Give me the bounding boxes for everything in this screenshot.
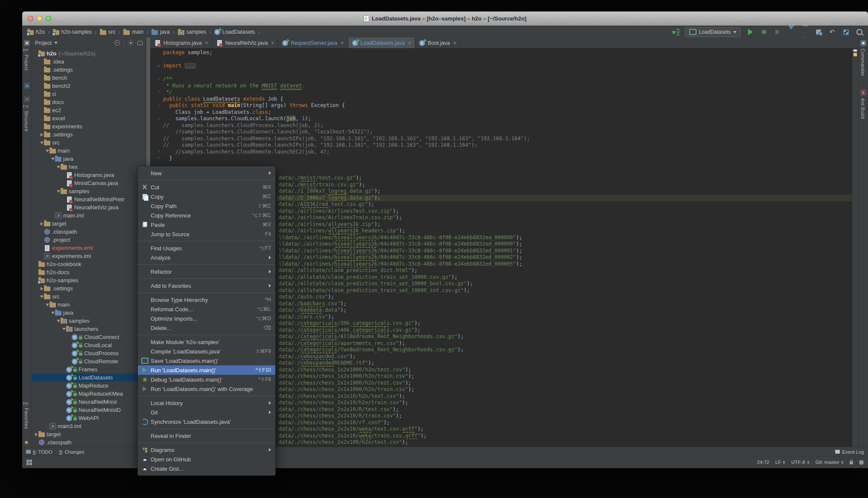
tree-item-main3.iml[interactable]: JImain3.iml	[32, 422, 146, 430]
intellij-module-icon[interactable]: JI	[24, 83, 30, 89]
tree-item-cloudconnect[interactable]: CCloudConnect	[32, 333, 146, 341]
chevron-right-icon[interactable]	[34, 433, 38, 436]
close-window-button[interactable]	[28, 16, 33, 21]
minimize-window-button[interactable]	[37, 16, 42, 21]
toolwindow-button-ant-build[interactable]: Ant Build	[860, 98, 865, 119]
menu-item-copy[interactable]: Copy⌘C	[138, 192, 275, 201]
tree-item-bench[interactable]: bench	[32, 74, 146, 82]
menu-item-reformat-code[interactable]: Reformat Code...⌥⌘L	[138, 304, 275, 314]
menu-item-run-loaddatasets-main-with-coverage[interactable]: Run 'LoadDatasets.main()' with Coverage	[138, 384, 275, 394]
chevron-down-icon[interactable]	[56, 166, 61, 168]
menu-item-delete[interactable]: Delete...⌫	[138, 323, 275, 333]
toolwindow-button-project[interactable]: 1: Project	[24, 49, 29, 70]
menu-item-find-usages[interactable]: Find Usages⌥F7	[138, 243, 275, 253]
tree-item-src[interactable]: src	[32, 292, 146, 301]
toolwindow-button-commander[interactable]: Commander	[860, 49, 865, 76]
tree-item-.classpath[interactable]: .classpath	[32, 228, 146, 236]
tree-item-h2o[interactable]: h2o (~/Source/h2o)	[32, 49, 146, 58]
coverage-icon[interactable]	[773, 28, 782, 36]
project-view-dropdown-icon[interactable]	[54, 42, 58, 44]
tab-requestserver.java[interactable]: CRequestServer.java×	[278, 38, 348, 48]
chevron-down-icon[interactable]	[45, 304, 50, 306]
tree-item-src[interactable]: src	[32, 139, 146, 147]
menu-item-open-on-github[interactable]: Open on GitHub	[138, 455, 275, 464]
chevron-right-icon[interactable]	[39, 222, 44, 226]
search-icon[interactable]	[855, 28, 864, 36]
menu-item-analyze[interactable]: Analyze	[138, 253, 275, 262]
tree-item-experiments.iml[interactable]: JIexperiments.iml	[32, 252, 146, 260]
tree-item-java[interactable]: java	[32, 309, 146, 317]
menu-item-local-history[interactable]: Local History	[138, 398, 275, 408]
settings-gear-icon[interactable]	[128, 40, 134, 46]
fold-marker[interactable]: −	[150, 116, 163, 122]
tree-item-experiments[interactable]: experiments	[32, 122, 146, 130]
tree-item-webapi[interactable]: CWebAPI	[32, 414, 146, 422]
tree-item-target[interactable]: target	[32, 220, 146, 228]
debug-icon[interactable]	[760, 28, 768, 36]
tree-item-mapreducekmea[interactable]: CMapReduceKMea	[32, 390, 146, 398]
commander-icon[interactable]: ▣	[860, 40, 866, 46]
close-icon[interactable]: ×	[453, 40, 456, 46]
caret-position-widget[interactable]: 24:72	[757, 460, 769, 465]
toolwindow-button-favorites[interactable]: 2: Favorites	[24, 402, 29, 429]
tab-boot.java[interactable]: CBoot.java×	[415, 38, 460, 48]
menu-item-run-loaddatasets-main[interactable]: Run 'LoadDatasets.main()'^⇧F10	[138, 365, 275, 375]
tree-item-launchers[interactable]: launchers	[32, 325, 146, 333]
tree-item-main[interactable]: main	[32, 301, 146, 309]
tree-item-cloudprocess[interactable]: CCloudProcess	[32, 349, 146, 357]
tab-loaddatasets.java[interactable]: CLoadDatasets.java×	[348, 38, 416, 48]
tab-histograms.java[interactable]: Histograms.java×	[151, 38, 213, 48]
chevron-right-icon[interactable]	[39, 133, 44, 136]
menu-item-paste[interactable]: Paste⌘V	[138, 220, 275, 229]
menu-item-add-to-favorites[interactable]: Add to Favorites	[138, 281, 275, 290]
tree-item-frames[interactable]: CFrames	[32, 365, 146, 374]
menu-item-diagrams[interactable]: Diagrams	[138, 445, 275, 455]
close-icon[interactable]: ×	[205, 40, 208, 46]
chevron-down-icon[interactable]	[56, 190, 61, 193]
tree-item-.settings[interactable]: .settings	[32, 66, 146, 74]
tree-item-excel[interactable]: excel	[32, 114, 146, 122]
ant-build-icon[interactable]: λ	[860, 90, 866, 96]
fold-marker[interactable]: ⌃	[150, 149, 163, 156]
tree-item-samples[interactable]: samples	[32, 187, 146, 195]
tree-item-cloudlocal[interactable]: CCloudLocal	[32, 341, 146, 349]
menu-item-synchronize-loaddatasets-java[interactable]: Synchronize 'LoadDatasets.java'	[138, 417, 275, 426]
tree-item-neuralnetmnist[interactable]: CNeuralNetMnist	[32, 398, 146, 406]
tree-item-histograms.java[interactable]: Histograms.java	[32, 171, 146, 179]
tree-item-.settings[interactable]: .settings	[32, 284, 146, 292]
tree-item-h2o-samples[interactable]: h2o-samples	[32, 276, 146, 284]
menu-item-optimize-imports[interactable]: Optimize Imports...⌥⌘O	[138, 314, 275, 323]
hide-panel-icon[interactable]	[137, 41, 143, 45]
tree-item-.settings[interactable]: .settings	[32, 130, 146, 139]
toolwindow-button-todo[interactable]: 6: TODO	[26, 449, 52, 455]
chevron-down-icon[interactable]	[56, 320, 61, 322]
close-icon[interactable]: ×	[271, 40, 274, 46]
breadcrumb-item-main[interactable]: main	[122, 29, 144, 35]
structure-icon[interactable]: ✦	[24, 96, 30, 102]
menu-item-debug-loaddatasets-main[interactable]: Debug 'LoadDatasets.main()'^⇧F9	[138, 375, 275, 384]
menu-item-new[interactable]: New	[138, 168, 275, 178]
zoom-window-button[interactable]	[46, 16, 51, 21]
menu-item-make-module-h2o-samples[interactable]: Make Module 'h2o-samples'	[138, 337, 275, 347]
chevron-down-icon[interactable]	[45, 150, 50, 152]
close-icon[interactable]: ×	[341, 40, 344, 46]
vcs-commit-icon[interactable]: VCS	[801, 28, 809, 36]
tree-item-samples[interactable]: samples	[32, 317, 146, 325]
tab-neuralnetviz.java[interactable]: NeuralNetViz.java×	[213, 38, 279, 48]
menu-item-git[interactable]: Git	[138, 408, 275, 417]
git-branch-widget[interactable]: Git: master	[816, 460, 844, 465]
breadcrumb-item-java[interactable]: java	[151, 29, 171, 35]
tree-item-.project[interactable]: .project	[32, 236, 146, 244]
tree-item-neuralnetviz.java[interactable]: NeuralNetViz.java	[32, 203, 146, 211]
toolwindow-quick-access-icon[interactable]	[26, 460, 32, 465]
toolwindow-button-event-log[interactable]: Event Log	[835, 449, 864, 455]
breadcrumb-item-h2o[interactable]: h2o	[26, 29, 46, 35]
chevron-down-icon[interactable]	[39, 142, 44, 144]
breadcrumb-item-h2o-samples[interactable]: h2o-samples	[52, 29, 93, 35]
tree-item-.idea[interactable]: .idea	[32, 58, 146, 66]
tree-item-hex[interactable]: hex	[32, 163, 146, 171]
encoding-widget[interactable]: UTF-8	[791, 460, 810, 465]
tree-item-bench2[interactable]: bench2	[32, 82, 146, 90]
project-tab-icon[interactable]: ▤	[24, 40, 30, 46]
menu-item-browse-type-hierarchy[interactable]: Browse Type Hierarchy^H	[138, 295, 275, 304]
